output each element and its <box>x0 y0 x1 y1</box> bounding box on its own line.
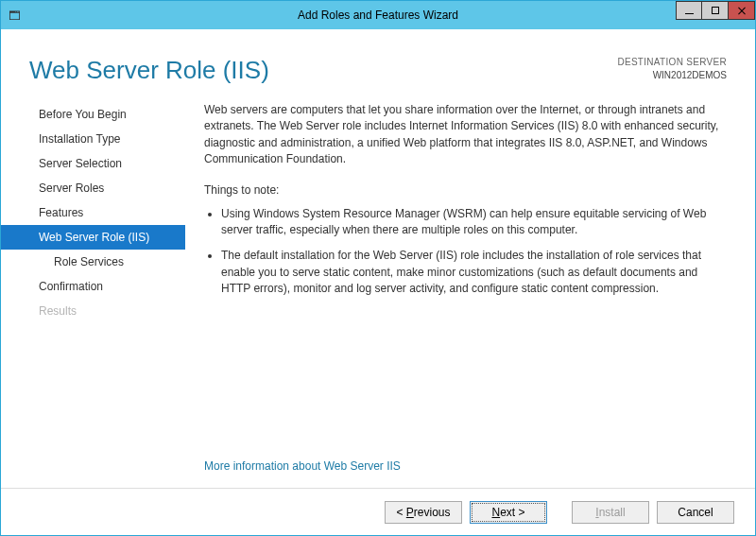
nav-item-confirmation[interactable]: Confirmation <box>1 274 185 299</box>
install-button: Install <box>572 501 649 524</box>
titlebar: 🗔 Add Roles and Features Wizard <box>1 1 755 29</box>
intro-text: Web servers are computers that let you s… <box>204 102 727 168</box>
nav-sidebar: Before You BeginInstallation TypeServer … <box>1 98 185 488</box>
nav-item-role-services[interactable]: Role Services <box>1 250 185 274</box>
footer: < Previous Next > Install Cancel <box>1 488 755 535</box>
destination-name: WIN2012DEMOS <box>617 69 727 82</box>
nav-item-server-selection[interactable]: Server Selection <box>1 151 185 176</box>
notes-list: Using Windows System Resource Manager (W… <box>204 206 727 307</box>
body: Before You BeginInstallation TypeServer … <box>1 98 755 488</box>
maximize-button[interactable] <box>702 1 729 20</box>
app-icon: 🗔 <box>1 9 27 23</box>
nav-item-features[interactable]: Features <box>1 200 185 225</box>
page-title: Web Server Role (IIS) <box>29 56 269 85</box>
previous-button[interactable]: < Previous <box>385 501 462 524</box>
main-pane: Web servers are computers that let you s… <box>185 98 755 488</box>
destination-server: DESTINATION SERVER WIN2012DEMOS <box>617 56 727 82</box>
close-button[interactable] <box>729 1 755 20</box>
wizard-window: 🗔 Add Roles and Features Wizard Web Serv… <box>0 0 756 536</box>
minimize-button[interactable] <box>676 1 702 20</box>
cancel-button[interactable]: Cancel <box>657 501 734 524</box>
content-area: Web Server Role (IIS) DESTINATION SERVER… <box>1 29 755 535</box>
destination-label: DESTINATION SERVER <box>617 56 727 69</box>
next-button[interactable]: Next > <box>470 501 547 524</box>
nav-item-server-roles[interactable]: Server Roles <box>1 176 185 200</box>
header: Web Server Role (IIS) DESTINATION SERVER… <box>1 29 755 98</box>
window-controls <box>676 1 755 20</box>
more-info-link[interactable]: More information about Web Server IIS <box>204 459 727 473</box>
nav-item-installation-type[interactable]: Installation Type <box>1 127 185 151</box>
nav-item-web-server-role-iis[interactable]: Web Server Role (IIS) <box>1 225 185 250</box>
note-item: Using Windows System Resource Manager (W… <box>221 206 727 239</box>
nav-item-before-you-begin[interactable]: Before You Begin <box>1 102 185 127</box>
window-title: Add Roles and Features Wizard <box>1 9 755 22</box>
nav-item-results: Results <box>1 299 185 323</box>
note-item: The default installation for the Web Ser… <box>221 248 727 297</box>
notes-title: Things to note: <box>204 183 727 197</box>
